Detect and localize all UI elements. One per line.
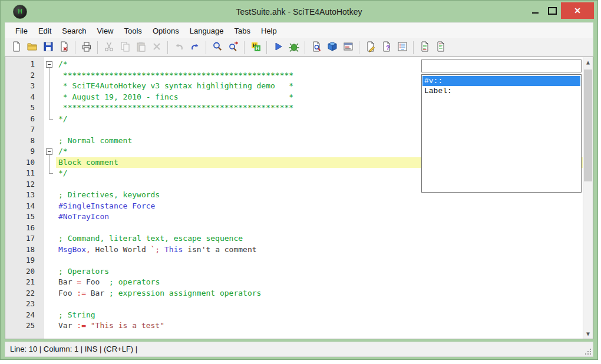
compile-script-icon (326, 41, 338, 55)
fold-marker-open[interactable] (44, 59, 56, 70)
macro-list-button[interactable] (394, 40, 410, 55)
print-icon (81, 41, 93, 55)
script-edit-button[interactable] (362, 40, 378, 55)
maximize-button[interactable] (544, 2, 561, 19)
line-number: 4 (5, 92, 44, 103)
code-line-24[interactable]: 24; String (5, 310, 583, 321)
label-list-item[interactable]: Label: (422, 86, 580, 96)
window-spy-button[interactable] (308, 40, 324, 55)
svg-text:H: H (255, 45, 259, 51)
line-number: 12 (5, 179, 44, 190)
doc-snippet-b-button[interactable] (432, 40, 448, 55)
code-line-21[interactable]: 21Bar = Foo ; operators (5, 277, 583, 288)
svg-text:?: ? (386, 44, 390, 51)
menu-edit[interactable]: Edit (33, 27, 57, 35)
code-line-22[interactable]: 22Foo := Bar ; expression assignment ope… (5, 288, 583, 299)
code-text: ; String (56, 310, 583, 321)
toolbar-separator (359, 41, 359, 54)
line-number: 3 (5, 81, 44, 92)
line-number: 24 (5, 310, 44, 321)
close-file-button[interactable] (56, 40, 72, 55)
compile-script-button[interactable] (324, 40, 340, 55)
code-editor[interactable]: 1/*2 ***********************************… (5, 57, 593, 339)
run-script-button[interactable] (270, 40, 286, 55)
gui-window-button[interactable] (340, 40, 356, 55)
code-line-18[interactable]: 18MsgBox, Hello World `; This isn't a co… (5, 244, 583, 256)
menubar: FileEditSearchViewToolsOptionsLanguageTa… (5, 22, 593, 38)
code-text: ; Operators (56, 266, 583, 277)
replace-button[interactable] (225, 40, 241, 55)
menu-tabs[interactable]: Tabs (229, 27, 256, 35)
menu-tools[interactable]: Tools (119, 27, 147, 35)
line-number: 14 (5, 201, 44, 212)
toolbar-separator (244, 41, 245, 54)
new-file-button[interactable] (8, 40, 24, 55)
toolbar-separator (167, 41, 168, 54)
code-text: Bar = Foo ; operators (56, 277, 583, 288)
label-listbox[interactable]: #v::Label: (421, 74, 582, 193)
hotkey-help-button[interactable]: HH (247, 40, 263, 55)
menu-view[interactable]: View (92, 27, 119, 35)
line-number: 10 (5, 157, 44, 168)
fold-margin-cell (44, 135, 56, 147)
menu-search[interactable]: Search (57, 27, 91, 35)
fold-margin-cell (44, 211, 56, 223)
minimize-icon (532, 12, 539, 14)
toolbar-separator (97, 41, 98, 54)
code-line-23[interactable]: 23 (5, 299, 583, 310)
code-line-14[interactable]: 14#SingleInstance Force (5, 201, 583, 212)
fold-marker-open[interactable] (44, 146, 56, 157)
vertical-scrollbar[interactable]: ▲ ▼ (583, 57, 593, 339)
print-button[interactable] (78, 40, 94, 55)
window-spy-icon (311, 41, 322, 55)
open-file-button[interactable] (24, 40, 40, 55)
toolbar-separator (266, 41, 267, 54)
line-number: 17 (5, 233, 44, 244)
close-file-icon (58, 41, 70, 55)
copy-button (117, 40, 133, 55)
fold-marker-line (44, 81, 56, 92)
code-line-25[interactable]: 25Var := "This is a test" (5, 320, 583, 332)
menu-file[interactable]: File (10, 27, 33, 35)
code-text (56, 255, 583, 266)
save-file-icon (42, 41, 54, 55)
code-line-19[interactable]: 19 (5, 255, 583, 266)
fold-margin-cell (44, 288, 56, 299)
line-number: 6 (5, 114, 44, 125)
menu-options[interactable]: Options (147, 27, 184, 35)
label-search-input[interactable] (421, 59, 582, 72)
fold-margin-cell (44, 244, 56, 256)
resize-grip[interactable] (585, 348, 592, 355)
toolbar-separator (305, 41, 305, 54)
menu-language[interactable]: Language (184, 27, 229, 35)
fold-margin-cell (44, 233, 56, 244)
code-line-15[interactable]: 15#NoTrayIcon (5, 211, 583, 223)
toolbar: HH? (5, 38, 593, 57)
code-text: Var := "This is a test" (56, 320, 583, 332)
scroll-up-arrow-icon[interactable]: ▲ (583, 57, 593, 67)
delete-icon (151, 41, 163, 55)
save-file-button[interactable] (40, 40, 56, 55)
redo-button[interactable] (187, 40, 203, 55)
code-line-16[interactable]: 16 (5, 223, 583, 234)
line-number: 13 (5, 190, 44, 201)
debug-script-button[interactable] (286, 40, 302, 55)
menu-help[interactable]: Help (256, 27, 282, 35)
doc-snippet-b-icon (435, 41, 447, 55)
line-number: 1 (5, 59, 44, 70)
doc-snippet-a-button[interactable] (417, 40, 432, 55)
cut-button (101, 40, 117, 55)
toolbar-separator (75, 41, 75, 54)
scroll-down-arrow-icon[interactable]: ▼ (583, 329, 593, 339)
code-line-17[interactable]: 17; Command, literal text, escape sequen… (5, 233, 583, 244)
label-list-item[interactable]: #v:: (422, 76, 580, 86)
line-number: 22 (5, 288, 44, 299)
close-button[interactable]: ✕ (561, 2, 594, 19)
paste-icon (135, 41, 147, 55)
line-number: 2 (5, 70, 44, 81)
code-line-20[interactable]: 20; Operators (5, 266, 583, 277)
script-help-button[interactable]: ? (378, 40, 394, 55)
find-button[interactable] (209, 40, 225, 55)
minimize-button[interactable] (527, 2, 544, 19)
scrollbar-thumb[interactable] (584, 70, 592, 181)
